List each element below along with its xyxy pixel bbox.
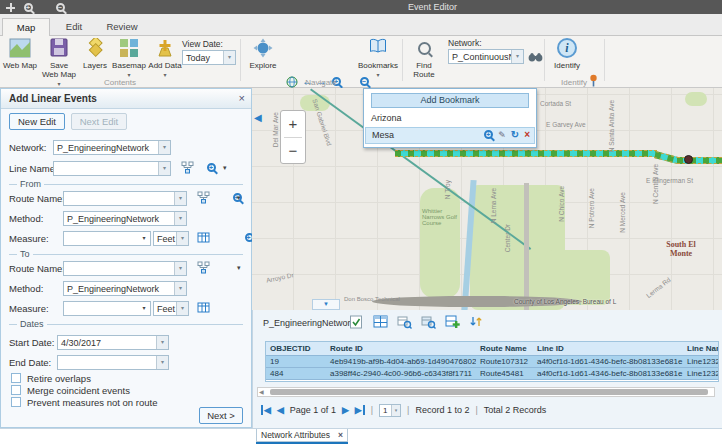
dropdown-arrow-icon[interactable]: ▾ [174, 192, 186, 205]
column-header-line-name[interactable]: Line Name [683, 342, 719, 355]
bookmark-delete-icon[interactable]: × [524, 129, 530, 140]
column-header-route-name[interactable]: Route Name [476, 342, 533, 355]
zoom-out-icon[interactable] [56, 3, 65, 12]
tab-map[interactable]: Map [2, 18, 50, 37]
from-unit-select[interactable]: Feet ▾ [153, 231, 189, 246]
bookmark-edit-icon[interactable]: ✎ [498, 130, 506, 140]
from-measure-picker-icon[interactable] [197, 231, 210, 244]
from-method-select[interactable]: P_EngineeringNetwork ▾ [63, 211, 187, 226]
cell-route-id[interactable]: a398ff4c-2940-4c00-96b6-c6343f8f1711 [326, 367, 476, 379]
add-data-button[interactable]: Add Data ▾ [148, 38, 182, 79]
dropdown-arrow-icon[interactable]: ▾ [223, 51, 235, 64]
identify-button[interactable]: i Identify [548, 38, 586, 70]
web-map-button[interactable]: Web Map [2, 38, 38, 70]
start-date-input[interactable]: 4/30/2017 ▾ [57, 335, 169, 350]
close-icon[interactable]: × [239, 92, 245, 104]
tab-review[interactable]: Review [98, 18, 146, 37]
dropdown-arrow-icon[interactable]: ▾ [176, 302, 188, 315]
cell-route-name[interactable]: Route45481 [476, 367, 533, 379]
pan-to-selected-icon[interactable] [421, 315, 436, 330]
next-page-icon[interactable]: ▶ [342, 405, 349, 415]
dropdown-arrow-icon[interactable]: ▾ [156, 356, 168, 369]
cell-objectid[interactable]: 484 [266, 367, 326, 379]
map-canvas[interactable]: Cortada St E Garvey Ave E Klingerman St … [252, 88, 722, 310]
tab-network-attributes[interactable]: Network Attributes × [256, 429, 348, 442]
sort-icon[interactable] [469, 315, 484, 330]
find-route-button[interactable]: Find Route [406, 38, 442, 79]
zoom-options-caret-icon[interactable]: ▾ [237, 195, 241, 201]
zoom-options-caret-icon[interactable]: ▾ [237, 265, 241, 271]
select-to-route-on-map-icon[interactable] [197, 261, 210, 274]
line-name-select[interactable]: ▾ [53, 161, 171, 176]
dropdown-arrow-icon[interactable]: ▾ [158, 162, 170, 175]
dropdown-arrow-icon[interactable]: ▾ [391, 405, 400, 416]
add-to-table-icon[interactable] [445, 315, 460, 330]
column-header-objectid[interactable]: OBJECTID [266, 342, 326, 355]
zoom-to-line-icon[interactable] [207, 163, 216, 172]
dropdown-arrow-icon[interactable]: ▾ [174, 282, 186, 295]
tab-edit[interactable]: Edit [50, 18, 98, 37]
pan-icon[interactable] [6, 3, 15, 12]
scrollbar-thumb[interactable] [270, 389, 708, 395]
select-from-route-on-map-icon[interactable] [197, 191, 210, 204]
network-select[interactable]: P_ContinuousNetwork ▾ [448, 49, 524, 64]
map-zoom-out-button[interactable]: − [281, 138, 305, 164]
cell-route-id[interactable]: 4eb9419b-af9b-4d04-ab69-1d490476802b [326, 355, 476, 367]
dropdown-arrow-icon[interactable]: ▾ [511, 50, 523, 63]
cell-line-id[interactable]: a4f0cf1d-1d61-4346-befc-8b08133e681e [533, 355, 683, 367]
next-edit-button[interactable]: Next Edit [71, 113, 127, 130]
table-row[interactable]: 484 a398ff4c-2940-4c00-96b6-c6343f8f1711… [266, 367, 719, 379]
explore-button[interactable]: Explore [246, 38, 280, 70]
layers-button[interactable]: Layers [80, 38, 110, 70]
bookmarks-button[interactable]: Bookmarks ▾ [358, 38, 398, 79]
dropdown-arrow-icon[interactable]: ▾ [156, 336, 168, 349]
cell-objectid[interactable]: 19 [266, 355, 326, 367]
to-measure-picker-icon[interactable] [197, 301, 210, 314]
cell-line-name[interactable]: Line12320 [683, 367, 719, 379]
view-date-select[interactable]: Today ▾ [182, 50, 236, 65]
to-measure-input[interactable]: ▾ [63, 301, 151, 316]
end-date-input[interactable]: ▾ [57, 355, 169, 370]
merge-coincident-checkbox[interactable] [11, 385, 21, 395]
add-bookmark-button[interactable]: Add Bookmark [371, 93, 529, 108]
attribute-table-icon[interactable] [373, 315, 388, 330]
close-tab-icon[interactable]: × [338, 430, 343, 440]
show-selected-records-icon[interactable] [349, 315, 364, 330]
dropdown-arrow-icon[interactable]: ▾ [138, 232, 150, 245]
column-header-route-id[interactable]: Route ID [326, 342, 476, 355]
bookmark-zoom-icon[interactable] [484, 130, 493, 139]
cell-line-name[interactable]: Line12320 [683, 355, 719, 367]
scroll-left-icon[interactable]: ◀ [259, 388, 264, 396]
map-zoom-in-button[interactable]: + [281, 111, 305, 137]
from-measure-input[interactable]: ▾ [63, 231, 151, 246]
next-button[interactable]: Next > [199, 407, 243, 424]
select-line-on-map-icon[interactable] [181, 161, 194, 174]
bookmark-refresh-icon[interactable]: ↻ [511, 129, 519, 140]
binoculars-icon[interactable] [528, 51, 543, 63]
collapse-panel-icon[interactable]: ◀ [254, 112, 262, 123]
panel-network-select[interactable]: P_EngineeringNetwork ▾ [53, 140, 171, 155]
bookmark-item-mesa[interactable]: Mesa ✎ ↻ × [365, 127, 535, 144]
table-row[interactable]: 19 4eb9419b-af9b-4d04-ab69-1d490476802b … [266, 355, 719, 367]
from-route-name-select[interactable]: ▾ [63, 191, 187, 206]
prevent-measures-checkbox[interactable] [11, 397, 21, 407]
to-route-name-select[interactable]: ▾ [63, 261, 187, 276]
dropdown-arrow-icon[interactable]: ▾ [174, 262, 186, 275]
collapse-table-splitter[interactable]: ▼ [312, 299, 340, 310]
dropdown-arrow-icon[interactable]: ▾ [138, 302, 150, 315]
to-method-select[interactable]: P_EngineeringNetwork ▾ [63, 281, 187, 296]
retire-overlaps-checkbox[interactable] [11, 373, 21, 383]
zoom-options-caret-icon[interactable]: ▾ [223, 165, 227, 171]
bookmark-item-arizona[interactable]: Arizona [365, 111, 535, 126]
to-unit-select[interactable]: Feet ▾ [153, 301, 189, 316]
cell-route-name[interactable]: Route107312 [476, 355, 533, 367]
zoom-in-icon[interactable] [24, 3, 33, 12]
last-page-icon[interactable]: ▶ [355, 405, 365, 415]
new-edit-button[interactable]: New Edit [9, 113, 65, 130]
column-header-line-id[interactable]: Line ID [533, 342, 683, 355]
previous-page-icon[interactable]: ◀ [277, 405, 284, 415]
zoom-to-selected-icon[interactable] [397, 315, 412, 330]
first-page-icon[interactable]: ◀ [261, 405, 271, 415]
dropdown-arrow-icon[interactable]: ▾ [174, 212, 186, 225]
dropdown-arrow-icon[interactable]: ▾ [158, 141, 170, 154]
